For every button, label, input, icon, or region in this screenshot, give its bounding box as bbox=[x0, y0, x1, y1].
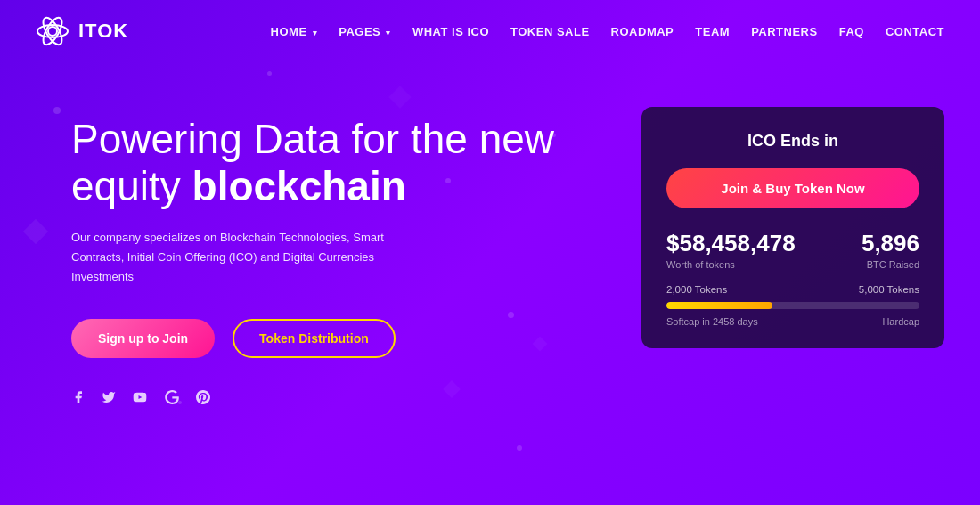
nav-link-roadmap[interactable]: ROADMAP bbox=[611, 25, 674, 38]
ico-amount-section: $58,458,478 Worth of tokens bbox=[666, 230, 796, 270]
progress-bar-background bbox=[666, 302, 919, 309]
hero-title: Powering Data for the new equity blockch… bbox=[71, 116, 588, 210]
nav-link-home[interactable]: HOME ▾ bbox=[271, 25, 318, 38]
token-distribution-button[interactable]: Token Distribution bbox=[233, 319, 396, 358]
nav-item-tokensale[interactable]: TOKEN SALE bbox=[510, 23, 590, 39]
softcap-label: Softcap in 2458 days bbox=[666, 316, 758, 327]
nav-link-pages[interactable]: PAGES ▾ bbox=[339, 25, 391, 38]
pinterest-icon[interactable] bbox=[196, 390, 210, 408]
softcap-tokens: 2,000 Tokens bbox=[666, 284, 727, 295]
svg-point-0 bbox=[48, 27, 57, 36]
nav-links: HOME ▾ PAGES ▾ WHAT IS ICO TOKEN SALE RO… bbox=[271, 23, 944, 39]
join-button[interactable]: Join & Buy Token Now bbox=[666, 168, 919, 208]
ico-amount: $58,458,478 bbox=[666, 230, 796, 257]
nav-link-team[interactable]: TEAM bbox=[695, 25, 730, 38]
twitter-icon[interactable] bbox=[102, 390, 116, 408]
ico-btc-section: 5,896 BTC Raised bbox=[862, 230, 919, 270]
social-links bbox=[71, 390, 588, 408]
chevron-down-icon: ▾ bbox=[313, 29, 318, 37]
nav-link-contact[interactable]: CONTACT bbox=[886, 25, 944, 38]
nav-item-home[interactable]: HOME ▾ bbox=[271, 23, 318, 39]
navbar: ITOK HOME ▾ PAGES ▾ WHAT IS ICO TOKEN SA… bbox=[0, 0, 980, 62]
hardcap-label: Hardcap bbox=[882, 316, 919, 327]
nav-item-roadmap[interactable]: ROADMAP bbox=[611, 23, 674, 39]
nav-item-partners[interactable]: PARTNERS bbox=[751, 23, 818, 39]
progress-bar-fill bbox=[666, 302, 772, 309]
ico-card: ICO Ends in Join & Buy Token Now $58,458… bbox=[641, 107, 944, 348]
nav-item-team[interactable]: TEAM bbox=[695, 23, 730, 39]
nav-item-contact[interactable]: CONTACT bbox=[886, 23, 944, 39]
hero-description: Our company specializes on Blockchain Te… bbox=[71, 228, 410, 287]
nav-link-faq[interactable]: FAQ bbox=[839, 25, 864, 38]
facebook-icon[interactable] bbox=[71, 390, 86, 408]
ico-tokens-row: 2,000 Tokens 5,000 Tokens bbox=[666, 284, 919, 295]
logo-icon bbox=[36, 14, 69, 48]
nav-link-tokensale[interactable]: TOKEN SALE bbox=[510, 25, 590, 38]
hero-buttons: Sign up to Join Token Distribution bbox=[71, 319, 588, 358]
ico-btc-value: 5,896 bbox=[862, 230, 919, 257]
googleplus-icon[interactable] bbox=[164, 390, 180, 408]
nav-item-whatisico[interactable]: WHAT IS ICO bbox=[412, 23, 489, 39]
nav-link-whatisico[interactable]: WHAT IS ICO bbox=[412, 25, 489, 38]
hardcap-tokens: 5,000 Tokens bbox=[859, 284, 919, 295]
hero-section: Powering Data for the new equity blockch… bbox=[71, 98, 588, 408]
nav-item-pages[interactable]: PAGES ▾ bbox=[339, 23, 391, 39]
chevron-down-icon: ▾ bbox=[386, 29, 391, 37]
ico-amount-label: Worth of tokens bbox=[666, 259, 796, 270]
ico-cap-row: Softcap in 2458 days Hardcap bbox=[666, 316, 919, 327]
ico-btc-label: BTC Raised bbox=[862, 259, 919, 270]
logo[interactable]: ITOK bbox=[36, 14, 128, 48]
nav-item-faq[interactable]: FAQ bbox=[839, 23, 864, 39]
nav-link-partners[interactable]: PARTNERS bbox=[751, 25, 818, 38]
main-content: Powering Data for the new equity blockch… bbox=[0, 62, 980, 408]
brand-name: ITOK bbox=[78, 20, 128, 43]
ico-stats: $58,458,478 Worth of tokens 5,896 BTC Ra… bbox=[666, 230, 919, 270]
youtube-icon[interactable] bbox=[132, 390, 148, 408]
ico-title: ICO Ends in bbox=[666, 132, 919, 151]
signup-button[interactable]: Sign up to Join bbox=[71, 319, 215, 358]
